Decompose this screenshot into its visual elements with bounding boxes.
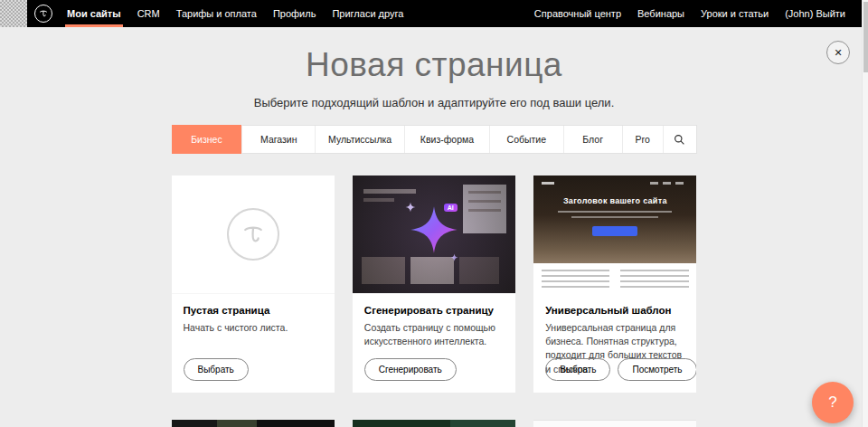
nav-item-help-center[interactable]: Справочный центр <box>526 0 629 27</box>
preview-text-section <box>533 263 696 294</box>
choose-blank-button[interactable]: Выбрать <box>184 358 249 381</box>
nav-item-crm[interactable]: CRM <box>129 0 168 27</box>
secondary-nav: Справочный центр Вебинары Уроки и статьи… <box>526 0 854 27</box>
template-card-partial[interactable] <box>172 420 335 427</box>
template-cards-row-2 <box>172 420 697 427</box>
view-universal-button[interactable]: Посмотреть <box>618 358 696 381</box>
template-cards-row: Пустая страница Начать с чистого листа. … <box>172 176 697 393</box>
generate-button[interactable]: Сгенерировать <box>364 358 457 381</box>
top-navbar: Мои сайты CRM Тарифы и оплата Профиль Пр… <box>0 0 868 27</box>
template-card-partial[interactable] <box>533 420 696 427</box>
scrollbar-thumb[interactable] <box>863 2 868 72</box>
preview-subtext-line <box>558 211 672 213</box>
preview-menu-bars <box>650 182 688 185</box>
tab-business[interactable]: Бизнес <box>172 125 243 154</box>
close-button[interactable]: ✕ <box>826 41 850 64</box>
blank-preview <box>172 176 335 294</box>
nav-item-my-sites[interactable]: Мои сайты <box>59 0 129 27</box>
preview-subtext-line <box>571 216 658 218</box>
nav-item-profile[interactable]: Профиль <box>265 0 325 27</box>
corner-texture <box>0 0 27 27</box>
scrollbar[interactable] <box>862 0 868 427</box>
ai-star-icon <box>409 204 459 255</box>
preview-text-column <box>620 270 688 288</box>
search-icon <box>674 134 685 146</box>
nav-item-lessons[interactable]: Уроки и статьи <box>693 0 777 27</box>
preview-hero: Заголовок вашего сайта <box>533 176 696 263</box>
nav-item-invite-friend[interactable]: Пригласи друга <box>324 0 411 27</box>
card-title: Сгенерировать страницу <box>364 305 504 316</box>
card-title: Пустая страница <box>184 305 323 316</box>
tab-multilink[interactable]: Мультиссылка <box>316 126 405 153</box>
card-description: Начать с чистого листа. <box>184 321 323 335</box>
tab-blog[interactable]: Блог <box>564 126 623 153</box>
template-card-partial[interactable] <box>353 420 515 427</box>
nav-item-webinars[interactable]: Вебинары <box>629 0 693 27</box>
tilda-mark-icon <box>38 8 49 19</box>
preview-text-column <box>542 270 609 288</box>
help-button[interactable]: ? <box>812 382 854 423</box>
template-card-universal[interactable]: Заголовок вашего сайта Универсальный шаб… <box>533 176 696 393</box>
nav-item-account-logout[interactable]: (John) Выйти <box>777 0 854 27</box>
main-nav: Мои сайты CRM Тарифы и оплата Профиль Пр… <box>59 0 411 27</box>
tilda-mark-circle-icon <box>227 208 279 261</box>
template-category-tabs: Бизнес Магазин Мультиссылка Квиз-форма С… <box>172 125 697 154</box>
preview-logo-bar <box>542 182 554 185</box>
page-title: Новая страница <box>0 46 868 84</box>
universal-preview: Заголовок вашего сайта <box>533 176 696 294</box>
sparkle-icon <box>450 253 458 261</box>
preview-heading: Заголовок вашего сайта <box>533 176 696 205</box>
template-card-generate[interactable]: AI Сгенерировать страницу Создать страни… <box>353 176 515 393</box>
template-card-blank[interactable]: Пустая страница Начать с чистого листа. … <box>172 176 335 393</box>
tab-event[interactable]: Событие <box>490 126 564 153</box>
card-description: Создать страницу с помощью искусственног… <box>364 321 504 348</box>
ai-badge: AI <box>444 204 458 212</box>
page-subtitle: Выберите подходящий шаблон и адаптируйте… <box>0 96 868 109</box>
tilda-logo-icon[interactable] <box>34 5 52 23</box>
card-title: Универсальный шаблон <box>545 305 684 316</box>
tab-search[interactable] <box>664 126 696 153</box>
preview-cta-button <box>592 226 637 236</box>
tab-pro[interactable]: Pro <box>623 126 664 153</box>
nav-item-tariffs[interactable]: Тарифы и оплата <box>168 0 265 27</box>
tab-quiz-form[interactable]: Квиз-форма <box>405 126 490 153</box>
choose-universal-button[interactable]: Выбрать <box>545 358 610 381</box>
tab-shop[interactable]: Магазин <box>242 126 316 153</box>
generate-preview: AI <box>353 176 515 294</box>
